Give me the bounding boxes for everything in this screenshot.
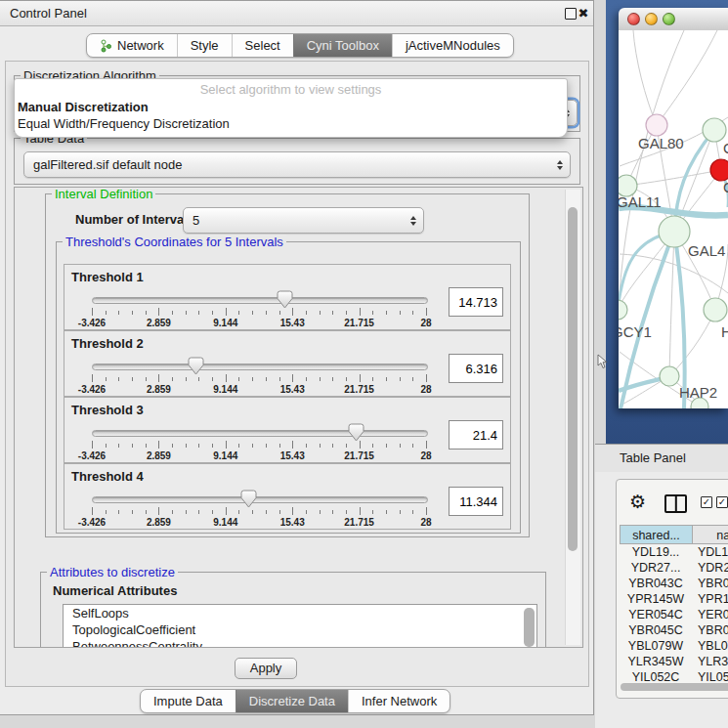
algorithm-option-equal-width[interactable]: Equal Width/Frequency Discretization xyxy=(18,116,230,131)
control-panel-window: Control Panel ✖ Network Style Select Cyn… xyxy=(0,0,594,715)
vertical-scrollbar-thumb[interactable] xyxy=(568,207,578,551)
mouse-cursor-icon xyxy=(597,354,609,370)
table-data-combobox[interactable]: galFiltered.sif default node xyxy=(23,151,571,178)
threshold-4-value-field[interactable] xyxy=(449,487,503,516)
table-row[interactable]: YPR145WYPR14 xyxy=(620,591,728,607)
threshold-1-value-field[interactable] xyxy=(449,287,503,317)
tab-network-label: Network xyxy=(117,38,164,53)
close-traffic-light-icon[interactable] xyxy=(627,13,640,25)
threshold-2-value-field[interactable] xyxy=(449,354,503,383)
table-row[interactable]: YER054CYER05 xyxy=(620,607,728,622)
node-top-right[interactable] xyxy=(703,118,726,142)
node-gal80[interactable] xyxy=(646,114,667,136)
tab-impute-data[interactable]: Impute Data xyxy=(141,690,236,712)
table-panel-titlebar[interactable]: Table Panel xyxy=(595,444,728,473)
close-icon[interactable]: ✖ xyxy=(576,5,591,21)
cyni-toolbox-panel: Discretization Algorithm Select algorith… xyxy=(5,61,589,687)
table-row[interactable]: YBR045CYBR04 xyxy=(620,622,728,638)
table-row[interactable]: YLR345WYLR34 xyxy=(620,654,728,669)
network-graph[interactable]: GAL80 G C GAL11 GAL4 GCY1 H HAP2 xyxy=(619,30,728,408)
node-gal4[interactable] xyxy=(659,216,690,247)
algorithm-hint-item[interactable]: Select algorithm to view settings xyxy=(15,82,567,97)
algorithm-option-manual[interactable]: Manual Discretization xyxy=(18,100,149,114)
table-row[interactable]: YDL19...YDL19 xyxy=(620,544,728,560)
slider-handle[interactable] xyxy=(348,423,364,442)
node-gcy1[interactable] xyxy=(619,300,627,320)
horizontal-scrollbar-thumb[interactable] xyxy=(621,683,728,691)
slider-ticks xyxy=(92,374,426,383)
column-header-shared-name[interactable]: shared... xyxy=(620,525,693,544)
apply-button[interactable]: Apply xyxy=(235,658,297,679)
network-window-titlebar[interactable] xyxy=(619,8,728,31)
network-view-window[interactable]: GAL80 G C GAL11 GAL4 GCY1 H HAP2 xyxy=(619,8,728,408)
window-title: Control Panel xyxy=(10,1,87,25)
tab-jactivemnodules[interactable]: jActiveMNodules xyxy=(392,34,513,57)
threshold-3-label: Threshold 3 xyxy=(71,403,144,417)
slider-track[interactable] xyxy=(92,297,428,304)
number-of-intervals-combobox[interactable]: 5 xyxy=(183,207,424,234)
control-panel-titlebar[interactable]: Control Panel ✖ xyxy=(0,1,593,26)
threshold-3-slider[interactable]: -3.4262.8599.14415.4321.71528 xyxy=(92,423,426,460)
number-of-intervals-value: 5 xyxy=(193,213,199,228)
checkbox-icon[interactable]: ✓ xyxy=(716,496,728,508)
zoom-traffic-light-icon[interactable] xyxy=(663,13,675,25)
tab-infer-network[interactable]: Infer Network xyxy=(348,690,450,712)
threshold-3-value-field[interactable] xyxy=(449,420,503,450)
node-table-rows[interactable]: YDL19...YDL19 YDR27...YDR27 YBR043CYBR04… xyxy=(620,544,728,681)
interval-definition-group-title: Interval Definition xyxy=(52,187,155,201)
slider-ticks xyxy=(92,507,426,516)
threshold-3-panel: Threshold 3 -3.4262.8599.14415.4321.7152… xyxy=(64,397,511,463)
slider-ticks xyxy=(92,308,426,317)
slider-handle[interactable] xyxy=(240,490,257,508)
thresholds-group-title: Threshold's Coordinates for 5 Intervals xyxy=(63,235,286,249)
attributes-group-title: Attributes to discretize xyxy=(47,565,178,579)
node-label: C xyxy=(723,179,728,195)
threshold-1-slider[interactable]: -3.4262.8599.14415.4321.71528 xyxy=(92,290,426,327)
tab-discretize-data[interactable]: Discretize Data xyxy=(236,690,348,712)
column-header-name[interactable]: name xyxy=(692,525,728,544)
slider-scale-labels: -3.4262.8599.14415.4321.71528 xyxy=(92,517,426,528)
threshold-1-panel: Threshold 1 -3.4262.8599.14415.4321.7152… xyxy=(64,264,511,330)
slider-scale-labels: -3.4262.8599.14415.4321.71528 xyxy=(92,450,426,461)
attributes-group: Attributes to discretize Numerical Attri… xyxy=(40,572,546,648)
list-scrollbar-thumb[interactable] xyxy=(524,608,535,647)
network-canvas[interactable]: GAL80 G C GAL11 GAL4 GCY1 H HAP2 xyxy=(619,30,728,408)
threshold-2-slider[interactable]: -3.4262.8599.14415.4321.71528 xyxy=(92,357,426,394)
table-row[interactable]: YBL079WYBL07 xyxy=(620,638,728,654)
threshold-2-panel: Threshold 2 -3.4262.8599.14415.4321.7152… xyxy=(64,330,511,397)
slider-handle[interactable] xyxy=(277,290,293,309)
tab-network[interactable]: Network xyxy=(87,34,177,57)
list-item[interactable]: BetweennessCentrality xyxy=(64,638,536,648)
tab-cyni-toolbox[interactable]: Cyni Toolbox xyxy=(293,34,392,57)
interval-definition-group: Interval Definition Number of Intervals … xyxy=(45,193,530,537)
node-red-selected[interactable] xyxy=(710,159,728,181)
gear-icon[interactable]: ⚙ xyxy=(629,491,646,512)
table-row[interactable]: YIL052CYIL05 xyxy=(620,669,728,681)
table-panel-title: Table Panel xyxy=(620,445,728,472)
node-right-mid[interactable] xyxy=(704,298,727,321)
numerical-attributes-label: Numerical Attributes xyxy=(53,583,177,598)
slider-track[interactable] xyxy=(92,430,428,437)
tab-select[interactable]: Select xyxy=(232,34,293,57)
table-row[interactable]: YDR27...YDR27 xyxy=(620,560,728,576)
table-data-group: Table Data galFiltered.sif default node xyxy=(14,138,580,185)
horizontal-scrollbar[interactable] xyxy=(619,683,728,692)
vertical-scrollbar[interactable] xyxy=(565,190,580,645)
column-layout-icon[interactable] xyxy=(664,494,687,513)
threshold-1-label: Threshold 1 xyxy=(71,270,144,284)
minimize-traffic-light-icon[interactable] xyxy=(645,13,658,25)
numerical-attributes-list[interactable]: SelfLoops TopologicalCoefficient Between… xyxy=(63,604,537,648)
slider-track[interactable] xyxy=(92,364,428,370)
slider-scale-labels: -3.4262.8599.14415.4321.71528 xyxy=(92,318,426,328)
tab-style[interactable]: Style xyxy=(177,34,232,57)
node-hap2[interactable] xyxy=(660,366,679,386)
thresholds-group: Threshold's Coordinates for 5 Intervals … xyxy=(56,241,521,534)
list-item[interactable]: SelfLoops xyxy=(64,605,536,621)
list-item[interactable]: TopologicalCoefficient xyxy=(64,621,536,638)
slider-handle[interactable] xyxy=(188,357,204,375)
table-row[interactable]: YBR043CYBR04 xyxy=(620,576,728,591)
checkbox-icon[interactable]: ✓ xyxy=(701,496,712,508)
threshold-2-label: Threshold 2 xyxy=(71,336,144,351)
threshold-4-slider[interactable]: -3.4262.8599.14415.4321.71528 xyxy=(92,490,426,527)
slider-track[interactable] xyxy=(92,496,428,503)
